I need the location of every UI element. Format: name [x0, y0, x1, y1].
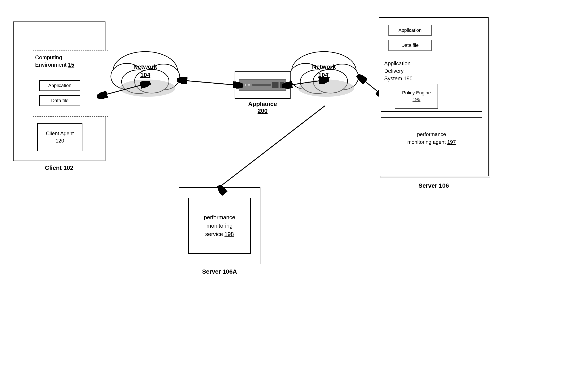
pma-box: performancemonitoring agent 197	[381, 117, 482, 159]
server-label: Server 106	[377, 182, 491, 189]
server-application-box: Application	[388, 25, 431, 36]
svg-point-13	[298, 80, 354, 97]
diagram: ComputingEnvironment 15 Application Data…	[0, 0, 588, 371]
client-agent-box: Client Agent120	[37, 123, 83, 151]
computing-env-label: ComputingEnvironment 15	[35, 54, 74, 69]
client-application-box: Application	[39, 80, 80, 91]
svg-text:Network: Network	[312, 63, 336, 70]
policy-engine-box: Policy Engine195	[395, 84, 438, 109]
device-light-3	[248, 84, 250, 86]
server106a-label: Server 106A	[179, 268, 261, 275]
server106a-box: performancemonitoringservice 198	[179, 187, 261, 264]
server-datafile-box: Data file	[388, 40, 431, 51]
svg-text:104': 104'	[318, 71, 329, 78]
pms-box: performancemonitoringservice 198	[188, 198, 251, 254]
device-light-1	[241, 84, 243, 86]
client-datafile-box: Data file	[39, 95, 80, 106]
network-to-server106a-arrow	[220, 106, 325, 187]
network-left-to-appliance-arrow	[186, 80, 235, 85]
svg-point-5	[119, 80, 175, 97]
appliance-box	[235, 71, 291, 99]
client-box: ComputingEnvironment 15 Application Data…	[13, 21, 105, 161]
client-label: Client 102	[13, 164, 105, 171]
network-left-cloud: Network 104	[105, 45, 185, 106]
network-right-to-server-arrow	[364, 80, 379, 92]
appliance-label: Appliance200	[235, 100, 291, 114]
ads-label: ApplicationDeliverySystem 190	[384, 60, 413, 82]
appliance-device	[239, 79, 286, 91]
network-right-cloud: Network 104'	[284, 45, 364, 106]
device-light-2	[244, 84, 247, 86]
svg-text:Network: Network	[133, 63, 157, 70]
client-agent-label: Client Agent120	[46, 130, 74, 144]
svg-text:104: 104	[140, 71, 150, 78]
